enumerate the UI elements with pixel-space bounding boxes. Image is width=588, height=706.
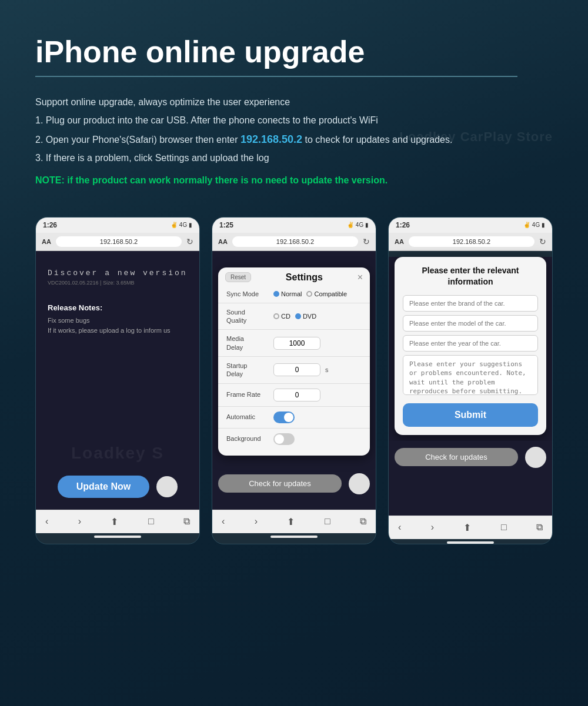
share-icon[interactable]: ⬆ [111, 516, 118, 527]
version-info: VDC2001.02.05.2216 | Size: 3.65MB [48, 280, 188, 286]
car-model-input[interactable] [403, 315, 538, 332]
bookmarks-icon-2[interactable]: □ [325, 516, 330, 527]
background-label: Background [226, 434, 273, 443]
phone3-refresh-icon[interactable]: ↻ [539, 237, 546, 246]
note-text: NOTE: if the product can work normally t… [35, 173, 553, 188]
phone1-refresh-icon[interactable]: ↻ [186, 237, 193, 246]
radio-normal-dot [273, 291, 279, 297]
settings-modal: Reset Settings × Sync Mode Normal Compat… [218, 267, 370, 456]
tabs-icon[interactable]: ⧉ [183, 516, 190, 527]
phone2-signal: ✌ 4G ▮ [347, 222, 369, 228]
phone3-aa: AA [395, 238, 404, 245]
settings-row-syncmode: Sync Mode Normal Compatible [218, 285, 370, 303]
release-note1: Fix some bugs [48, 316, 188, 326]
startup-delay-label: StartupDelay [226, 362, 273, 379]
frame-rate-input[interactable] [273, 389, 320, 401]
tabs-icon-3[interactable]: ⧉ [536, 522, 543, 533]
desc-line1: 1. Plug our product into the car USB. Af… [35, 112, 553, 129]
back-icon-2[interactable]: ‹ [222, 516, 225, 527]
phone1-circle-button[interactable] [156, 476, 178, 497]
forward-icon-2[interactable]: › [255, 516, 258, 527]
media-delay-input[interactable] [273, 337, 320, 350]
frame-rate-label: Frame Rate [226, 390, 273, 399]
phone2-url[interactable]: 192.168.50.2 [232, 236, 358, 247]
sync-mode-controls: Normal Compatible [273, 290, 362, 297]
settings-row-framerate: Frame Rate [218, 384, 370, 407]
radio-cd[interactable]: CD [273, 313, 290, 320]
sound-quality-label: SoundQuality [226, 308, 273, 325]
phone2-browser-bar: AA 192.168.50.2 ↻ [212, 233, 376, 251]
share-icon-3[interactable]: ⬆ [463, 522, 471, 533]
sound-quality-controls: CD DVD [273, 313, 362, 320]
release-note2: If it works, please upload a log to info… [48, 326, 188, 336]
bookmarks-icon-3[interactable]: □ [501, 522, 507, 533]
phone-2: 1:25 ✌ 4G ▮ AA 192.168.50.2 ↻ Reset Sett… [212, 217, 376, 544]
phone2-refresh-icon[interactable]: ↻ [363, 237, 370, 246]
phone3-signal: ✌ 4G ▮ [523, 222, 545, 228]
phones-section: 1:26 ✌ 4G ▮ AA 192.168.50.2 ↻ Discover a… [35, 217, 553, 544]
startup-delay-controls: s [273, 363, 362, 376]
radio-dvd[interactable]: DVD [295, 313, 316, 320]
back-icon-3[interactable]: ‹ [398, 522, 401, 533]
automatic-toggle[interactable] [273, 411, 295, 423]
desc-line2-suffix: to check for updates and upgrades. [302, 135, 452, 145]
car-year-input[interactable] [403, 335, 538, 352]
release-notes-title: Release Notes: [48, 303, 188, 312]
phone3-content: Please enter the relevant information Su… [389, 257, 552, 516]
media-delay-controls [273, 337, 362, 350]
phone2-circle-button[interactable] [349, 473, 370, 494]
radio-compatible-dot [306, 291, 312, 297]
check-updates-button-3[interactable]: Check for updates [395, 448, 518, 466]
radio-compatible[interactable]: Compatible [306, 290, 347, 297]
check-updates-button-2[interactable]: Check for updates [218, 474, 342, 493]
desc-line2-prefix: 2. Open your Phone's(Safari) browser the… [35, 135, 240, 145]
phone1-home-bar [94, 536, 141, 538]
phone-3: 1:26 ✌ 4G ▮ AA 192.168.50.2 ↻ Please ent… [388, 217, 553, 544]
phone3-check-updates-bar: Check for updates [389, 441, 552, 474]
phone2-time: 1:25 [219, 221, 233, 229]
phone3-browser-nav: ‹ › ⬆ □ ⧉ [389, 516, 552, 539]
update-now-button[interactable]: Update Now [58, 476, 149, 498]
forward-icon-3[interactable]: › [431, 522, 434, 533]
phone1-url[interactable]: 192.168.50.2 [56, 236, 182, 247]
share-icon-2[interactable]: ⬆ [287, 516, 295, 527]
settings-row-automatic: Automatic [218, 407, 370, 429]
phone2-top-bar: 1:25 ✌ 4G ▮ [212, 218, 376, 233]
car-brand-input[interactable] [403, 295, 538, 312]
tabs-icon-2[interactable]: ⧉ [360, 516, 366, 527]
settings-reset-button[interactable]: Reset [225, 272, 251, 282]
bookmarks-icon[interactable]: □ [148, 516, 154, 527]
phone3-url[interactable]: 192.168.50.2 [409, 236, 534, 247]
page-title: iPhone online upgrade [35, 35, 553, 69]
phone3-top-bar: 1:26 ✌ 4G ▮ [389, 218, 552, 233]
media-delay-label: MediaDelay [226, 334, 273, 352]
form-title: Please enter the relevant information [403, 265, 538, 288]
phone1-top-bar: 1:26 ✌ 4G ▮ [36, 218, 199, 233]
settings-row-startupdelay: StartupDelay s [218, 357, 370, 384]
startup-delay-input[interactable] [273, 363, 320, 376]
back-icon[interactable]: ‹ [45, 516, 48, 527]
automatic-controls [273, 411, 362, 423]
phone3-circle-button[interactable] [525, 447, 546, 468]
submit-button[interactable]: Submit [403, 403, 538, 427]
settings-title: Settings [251, 272, 358, 283]
title-divider [35, 76, 517, 77]
phone2-home-bar [270, 536, 318, 538]
background-toggle[interactable] [273, 433, 295, 445]
settings-close-button[interactable]: × [358, 272, 363, 283]
phone1-content: Discover a new version VDC2001.02.05.221… [36, 251, 199, 510]
phone1-browser-bar: AA 192.168.50.2 ↻ [36, 233, 199, 251]
phone1-browser-nav: ‹ › ⬆ □ ⧉ [36, 510, 199, 533]
automatic-label: Automatic [226, 413, 273, 421]
phone2-content: Reset Settings × Sync Mode Normal Compat… [212, 251, 376, 510]
settings-row-soundquality: SoundQuality CD DVD [218, 303, 370, 330]
suggestions-textarea[interactable] [403, 355, 538, 395]
radio-normal[interactable]: Normal [273, 290, 302, 297]
screen1-text: Discover a new version VDC2001.02.05.221… [36, 251, 199, 354]
discover-title: Discover a new version [48, 269, 188, 277]
desc-line0: Support online upgrade, always optimize … [35, 93, 553, 111]
ip-address: 192.168.50.2 [240, 133, 302, 145]
phone1-watermark: Loadkey S [71, 444, 164, 463]
update-now-row: Update Now [36, 476, 199, 498]
forward-icon[interactable]: › [78, 516, 81, 527]
